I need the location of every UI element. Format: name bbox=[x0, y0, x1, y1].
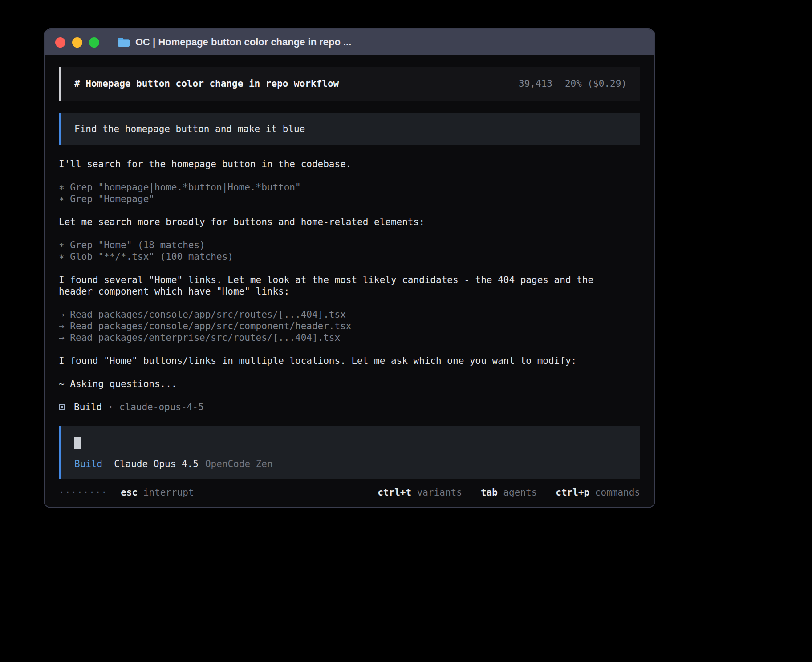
esc-key: esc bbox=[121, 487, 138, 498]
agent-status-line: Build · claude-opus-4-5 bbox=[59, 401, 640, 413]
text-cursor bbox=[74, 437, 81, 449]
status-bar-left: ········ esc interrupt bbox=[59, 487, 194, 498]
close-button[interactable] bbox=[55, 37, 65, 48]
agent-model-name: claude-opus-4-5 bbox=[119, 401, 204, 413]
session-header: # Homepage button color change in repo w… bbox=[59, 67, 640, 101]
tool-call-group: ∗ Grep "homepage|home.*button|Home.*butt… bbox=[59, 182, 640, 205]
prompt-input[interactable]: Build Claude Opus 4.5 OpenCode Zen bbox=[59, 426, 640, 479]
commands-hint: ctrl+p commands bbox=[556, 487, 640, 498]
tool-call-grep: ∗ Grep "Homepage" bbox=[59, 193, 640, 205]
ctrl-p-key: ctrl+p bbox=[556, 487, 589, 498]
minimize-button[interactable] bbox=[72, 37, 82, 48]
zoom-button[interactable] bbox=[89, 37, 99, 48]
working-indicator-dots: ········ bbox=[59, 487, 107, 498]
window-title: OC | Homepage button color change in rep… bbox=[135, 36, 351, 48]
interrupt-hint: esc interrupt bbox=[121, 487, 194, 498]
window-titlebar[interactable]: OC | Homepage button color change in rep… bbox=[45, 29, 654, 55]
window-controls bbox=[55, 37, 106, 48]
status-bar: ········ esc interrupt ctrl+t variants t… bbox=[59, 487, 640, 498]
tool-call-read: → Read packages/enterprise/src/routes/[.… bbox=[59, 332, 640, 343]
assistant-text: I found several "Home" links. Let me loo… bbox=[59, 274, 611, 297]
model-label: Claude Opus 4.5 bbox=[114, 458, 199, 470]
assistant-text: Let me search more broadly for buttons a… bbox=[59, 216, 640, 228]
tool-call-group: ∗ Grep "Home" (18 matches) ∗ Glob "**/*.… bbox=[59, 239, 640, 262]
user-message: Find the homepage button and make it blu… bbox=[59, 113, 640, 145]
session-title: # Homepage button color change in repo w… bbox=[74, 78, 339, 89]
provider-label: OpenCode Zen bbox=[205, 458, 273, 470]
token-count: 39,413 bbox=[519, 78, 552, 89]
tool-call-read: → Read packages/console/app/src/routes/[… bbox=[59, 309, 640, 320]
agents-hint: tab agents bbox=[481, 487, 537, 498]
ctrl-t-key: ctrl+t bbox=[378, 487, 411, 498]
tool-call-glob: ∗ Glob "**/*.tsx" (100 matches) bbox=[59, 251, 640, 262]
status-bar-right: ctrl+t variants tab agents ctrl+p comman… bbox=[378, 487, 640, 498]
assistant-text: I found "Home" buttons/links in multiple… bbox=[59, 355, 640, 367]
input-mode-row: Build Claude Opus 4.5 OpenCode Zen bbox=[74, 458, 627, 470]
tab-key: tab bbox=[481, 487, 498, 498]
tool-call-group: → Read packages/console/app/src/routes/[… bbox=[59, 309, 640, 343]
variants-hint: ctrl+t variants bbox=[378, 487, 462, 498]
context-cost: 20% ($0.29) bbox=[565, 78, 627, 89]
agent-name: Build bbox=[74, 401, 102, 413]
tool-call-grep: ∗ Grep "homepage|home.*button|Home.*butt… bbox=[59, 182, 640, 193]
agent-mode-label[interactable]: Build bbox=[74, 458, 102, 470]
tool-call-grep: ∗ Grep "Home" (18 matches) bbox=[59, 239, 640, 251]
agent-build-icon bbox=[59, 404, 65, 410]
assistant-text: I'll search for the homepage button in t… bbox=[59, 158, 640, 170]
agent-model-separator: · bbox=[108, 401, 114, 413]
folder-icon bbox=[118, 37, 130, 47]
terminal-content: # Homepage button color change in repo w… bbox=[45, 55, 654, 498]
user-message-text: Find the homepage button and make it blu… bbox=[74, 124, 305, 134]
session-stats: 39,413 20% ($0.29) bbox=[519, 78, 627, 89]
tool-call-read: → Read packages/console/app/src/componen… bbox=[59, 320, 640, 332]
assistant-status-text: ~ Asking questions... bbox=[59, 378, 640, 390]
terminal-window: OC | Homepage button color change in rep… bbox=[44, 28, 655, 508]
